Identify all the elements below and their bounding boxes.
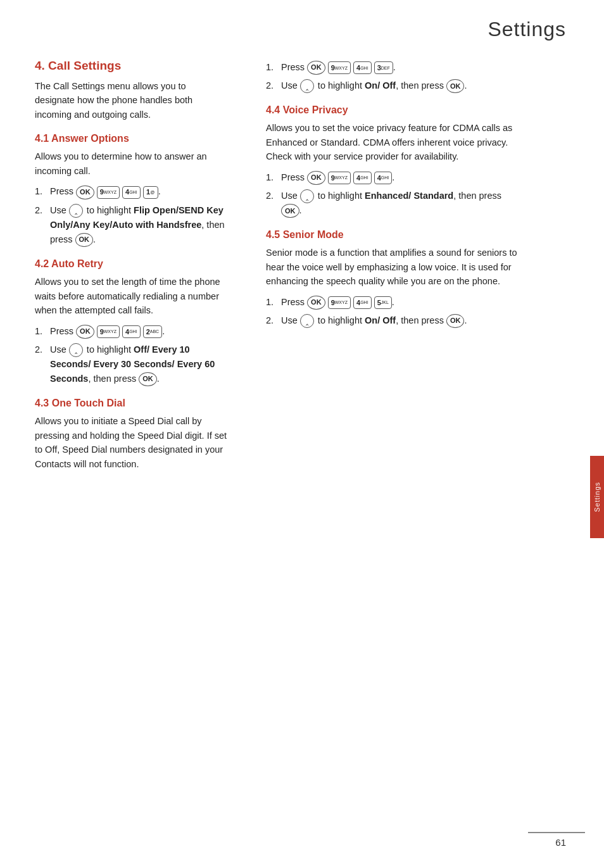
bottom-divider bbox=[528, 832, 585, 833]
key-5jkl: 5JKL bbox=[374, 296, 392, 309]
section-4-4-steps: 1. Press OK 9WXYZ 4GHI 4GHI. 2. Use ‸ to… bbox=[266, 170, 519, 218]
key-ok: OK bbox=[76, 325, 94, 339]
list-item: 1. Press OK 9WXYZ 4GHI 5JKL. bbox=[266, 295, 519, 310]
key-4ghi: 4GHI bbox=[122, 186, 141, 199]
nav-icon: ‸ bbox=[69, 343, 83, 357]
section-4-5-heading: 4.5 Senior Mode bbox=[266, 229, 519, 241]
key-4ghi: 4GHI bbox=[122, 325, 141, 338]
section-4-1-heading: 4.1 Answer Options bbox=[35, 133, 228, 144]
list-item: 2. Use ‸ to highlight Flip Open/SEND Key… bbox=[35, 203, 228, 248]
section-4-4-desc: Allows you to set the voice privacy feat… bbox=[266, 121, 519, 163]
section-4-4-heading: 4.4 Voice Privacy bbox=[266, 104, 519, 116]
key-9wxyz: 9WXYZ bbox=[97, 325, 120, 338]
key-2abc: 2ABC bbox=[143, 325, 163, 338]
page: Settings Settings 4. Call Settings The C… bbox=[0, 0, 604, 868]
key-1at: 1@ bbox=[143, 186, 158, 199]
list-item: 1. Press OK 9WXYZ 4GHI 4GHI. bbox=[266, 170, 519, 185]
key-ok: OK bbox=[307, 296, 325, 310]
section-4-5-steps: 1. Press OK 9WXYZ 4GHI 5JKL. 2. Use ‸ to… bbox=[266, 295, 519, 328]
header-title: Settings bbox=[488, 18, 566, 41]
section-4-3-heading: 4.3 One Touch Dial bbox=[35, 398, 228, 409]
section-4-1-desc: Allows you to determine how to answer an… bbox=[35, 149, 228, 178]
page-number: 61 bbox=[555, 837, 566, 848]
nav-icon: ‸ bbox=[300, 314, 314, 328]
list-item: 2. Use ‸ to highlight On/ Off, then pres… bbox=[266, 313, 519, 328]
nav-icon: ‸ bbox=[69, 204, 83, 218]
key-9wxyz: 9WXYZ bbox=[328, 296, 351, 309]
list-item: 2. Use ‸ to highlight On/ Off, then pres… bbox=[266, 79, 519, 93]
nav-icon: ‸ bbox=[300, 189, 314, 203]
main-section-heading: 4. Call Settings bbox=[35, 59, 228, 73]
main-content: 4. Call Settings The Call Settings menu … bbox=[0, 47, 604, 868]
key-ok: OK bbox=[307, 61, 325, 75]
section-4-2-heading: 4.2 Auto Retry bbox=[35, 258, 228, 270]
section-4-2-desc: Allows you to set the length of time the… bbox=[35, 275, 228, 317]
key-ok: OK bbox=[139, 372, 157, 386]
key-4ghi-1: 4GHI bbox=[353, 172, 372, 184]
key-3def: 3DEF bbox=[374, 61, 393, 74]
section-4-2-steps: 1. Press OK 9WXYZ 4GHI 2ABC. 2. Use ‸ to… bbox=[35, 324, 228, 387]
key-ok: OK bbox=[446, 314, 465, 328]
key-ok: OK bbox=[281, 204, 299, 218]
section-4-1-steps: 1. Press OK 9WXYZ 4GHI 1@. 2. Use ‸ to h… bbox=[35, 184, 228, 247]
main-section-desc: The Call Settings menu allows you to des… bbox=[35, 79, 228, 122]
key-ok: OK bbox=[446, 79, 465, 93]
side-tab: Settings bbox=[590, 456, 604, 538]
list-item: 2. Use ‸ to highlight Off/ Every 10 Seco… bbox=[35, 343, 228, 387]
key-ok: OK bbox=[307, 171, 325, 185]
page-header: Settings bbox=[0, 0, 604, 47]
list-item: 1. Press OK 9WXYZ 4GHI 3DEF. bbox=[266, 60, 519, 75]
key-4ghi: 4GHI bbox=[353, 61, 372, 74]
list-item: 2. Use ‸ to highlight Enhanced/ Standard… bbox=[266, 189, 519, 218]
key-9wxyz: 9WXYZ bbox=[97, 186, 120, 199]
key-4ghi: 4GHI bbox=[353, 296, 372, 309]
key-4ghi-2: 4GHI bbox=[374, 172, 393, 184]
right-column: 1. Press OK 9WXYZ 4GHI 3DEF. 2. Use ‸ to… bbox=[247, 47, 557, 830]
side-tab-label: Settings bbox=[593, 482, 601, 512]
key-9wxyz: 9WXYZ bbox=[328, 61, 351, 74]
section-4-5-desc: Senior mode is a function that amplifies… bbox=[266, 246, 519, 288]
key-9wxyz: 9WXYZ bbox=[328, 172, 351, 184]
list-item: 1. Press OK 9WXYZ 4GHI 2ABC. bbox=[35, 324, 228, 339]
nav-icon: ‸ bbox=[300, 79, 314, 93]
left-column: 4. Call Settings The Call Settings menu … bbox=[0, 47, 247, 830]
section-4-3-desc: Allows you to initiate a Speed Dial call… bbox=[35, 414, 228, 471]
key-ok: OK bbox=[76, 186, 94, 199]
list-item: 1. Press OK 9WXYZ 4GHI 1@. bbox=[35, 184, 228, 199]
key-ok: OK bbox=[75, 233, 94, 247]
section-4-3-steps-right: 1. Press OK 9WXYZ 4GHI 3DEF. 2. Use ‸ to… bbox=[266, 60, 519, 93]
